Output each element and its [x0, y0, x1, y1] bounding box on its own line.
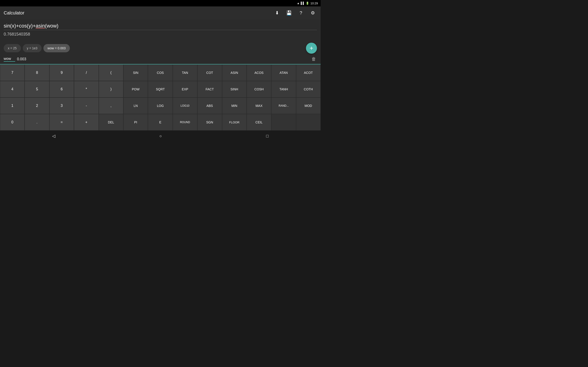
variable-x-button[interactable]: x = 25 — [4, 44, 21, 52]
key-sqrt[interactable]: SQRT — [148, 81, 173, 98]
var-value-input[interactable] — [17, 57, 309, 61]
key-row-3: 1 2 3 - , LN LOG LOG10 ABS MIN MAX RAND.… — [0, 98, 321, 114]
key-sin[interactable]: SIN — [123, 65, 148, 81]
key-atan[interactable]: ATAN — [271, 65, 296, 81]
var-name-label: wow — [4, 57, 15, 62]
key-empty-1 — [271, 114, 296, 131]
battery-icon: 🔋 — [306, 2, 309, 5]
expression-result: 0.7681540358 — [4, 32, 317, 37]
key-row-4: 0 . = + DEL PI E ROUND SGN FLOOR CEIL — [0, 114, 321, 131]
key-cos[interactable]: COS — [148, 65, 173, 81]
key-pow[interactable]: POW — [123, 81, 148, 98]
key-acot[interactable]: ACOT — [296, 65, 321, 81]
settings-button[interactable]: ⚙ — [309, 9, 317, 17]
key-8[interactable]: 8 — [25, 65, 49, 81]
status-bar: ▲ ▌▌ 🔋 10:29 — [0, 0, 321, 6]
help-button[interactable]: ? — [297, 9, 305, 17]
key-empty-2 — [296, 114, 321, 131]
key-max[interactable]: MAX — [247, 98, 271, 114]
save-button[interactable]: 💾 — [285, 9, 293, 17]
bottom-nav: ◁ ○ □ — [0, 131, 321, 142]
signal-icon: ▌▌ — [301, 2, 304, 5]
download-button[interactable]: ⬇ — [273, 9, 281, 17]
key-cot[interactable]: COT — [197, 65, 222, 81]
key-mod[interactable]: MOD — [296, 98, 321, 114]
key-subtract[interactable]: - — [74, 98, 99, 114]
key-acos[interactable]: ACOS — [247, 65, 271, 81]
key-del[interactable]: DEL — [99, 114, 123, 131]
app-title: Calculator — [4, 10, 269, 16]
app-bar: Calculator ⬇ 💾 ? ⚙ — [0, 6, 321, 19]
key-9[interactable]: 9 — [49, 65, 74, 81]
key-tan[interactable]: TAN — [173, 65, 197, 81]
key-floor[interactable]: FLOOR — [222, 114, 247, 131]
key-7[interactable]: 7 — [0, 65, 25, 81]
expression-area: sin(x)+cos(y)+asin(wow) 0.7681540358 — [0, 19, 321, 42]
variables-area: x = 25 y = 1e3 wow = 0.003 + — [0, 42, 321, 54]
add-variable-button[interactable]: + — [306, 43, 317, 54]
key-4[interactable]: 4 — [0, 81, 25, 98]
status-icons: ▲ ▌▌ 🔋 10:29 — [297, 2, 318, 5]
key-exp[interactable]: EXP — [173, 81, 197, 98]
key-row-1: 7 8 9 / ( SIN COS TAN COT ASIN ACOS ATAN… — [0, 65, 321, 81]
key-comma[interactable]: , — [99, 98, 123, 114]
key-0[interactable]: 0 — [0, 114, 25, 131]
back-nav-button[interactable]: ◁ — [43, 132, 65, 140]
wifi-icon: ▲ — [297, 2, 300, 5]
key-divide[interactable]: / — [74, 65, 99, 81]
key-asin[interactable]: ASIN — [222, 65, 247, 81]
key-sinh[interactable]: SINH — [222, 81, 247, 98]
key-multiply[interactable]: * — [74, 81, 99, 98]
key-coth[interactable]: COTH — [296, 81, 321, 98]
expression-input[interactable]: sin(x)+cos(y)+asin(wow) — [4, 23, 317, 30]
key-add[interactable]: + — [74, 114, 99, 131]
key-cosh[interactable]: COSH — [247, 81, 271, 98]
key-abs[interactable]: ABS — [197, 98, 222, 114]
key-fact[interactable]: FACT — [197, 81, 222, 98]
key-equals[interactable]: = — [49, 114, 74, 131]
key-dot[interactable]: . — [25, 114, 49, 131]
var-input-bar: wow 🗑 — [0, 54, 321, 65]
recent-nav-button[interactable]: □ — [257, 132, 278, 140]
key-rand[interactable]: RAND... — [271, 98, 296, 114]
key-2[interactable]: 2 — [25, 98, 49, 114]
expression-underlined: asin — [36, 23, 45, 29]
variable-wow-button[interactable]: wow = 0.003 — [43, 44, 70, 52]
variable-y-button[interactable]: y = 1e3 — [23, 44, 42, 52]
home-nav-button[interactable]: ○ — [150, 132, 171, 140]
key-row-2: 4 5 6 * ) POW SQRT EXP FACT SINH COSH TA… — [0, 81, 321, 98]
key-round[interactable]: ROUND — [173, 114, 197, 131]
keyboard-area: 7 8 9 / ( SIN COS TAN COT ASIN ACOS ATAN… — [0, 65, 321, 131]
key-pi[interactable]: PI — [123, 114, 148, 131]
key-5[interactable]: 5 — [25, 81, 49, 98]
key-1[interactable]: 1 — [0, 98, 25, 114]
key-log10[interactable]: LOG10 — [173, 98, 197, 114]
key-ceil[interactable]: CEIL — [247, 114, 271, 131]
key-sgn[interactable]: SGN — [197, 114, 222, 131]
expression-after-underline: (wow) — [45, 23, 59, 29]
key-3[interactable]: 3 — [49, 98, 74, 114]
key-min[interactable]: MIN — [222, 98, 247, 114]
key-log[interactable]: LOG — [148, 98, 173, 114]
expression-before-underline: sin(x)+cos(y)+ — [4, 23, 36, 29]
key-ln[interactable]: LN — [123, 98, 148, 114]
status-time: 10:29 — [310, 2, 318, 5]
key-e[interactable]: E — [148, 114, 173, 131]
delete-var-button[interactable]: 🗑 — [311, 56, 317, 63]
key-tanh[interactable]: TANH — [271, 81, 296, 98]
key-open-paren[interactable]: ( — [99, 65, 123, 81]
key-close-paren[interactable]: ) — [99, 81, 123, 98]
key-6[interactable]: 6 — [49, 81, 74, 98]
